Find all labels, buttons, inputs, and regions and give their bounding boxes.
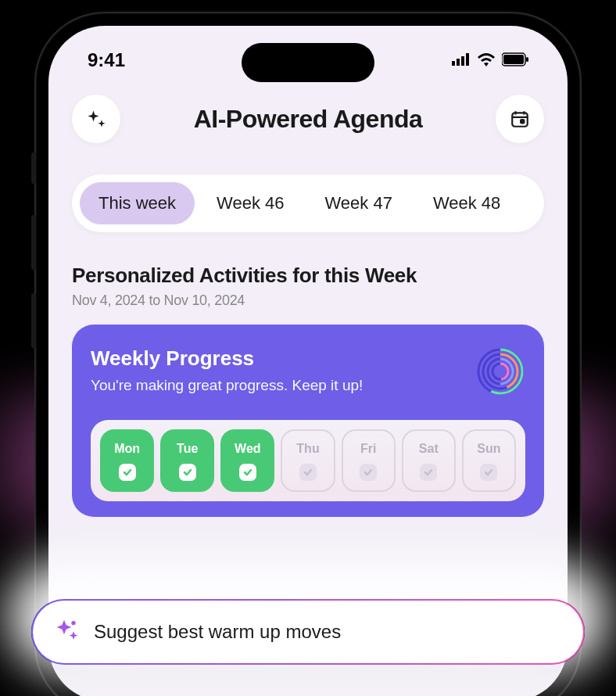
svg-rect-7 xyxy=(512,113,528,126)
day-label: Sun xyxy=(477,442,500,456)
battery-icon xyxy=(502,49,528,71)
progress-title: Weekly Progress xyxy=(91,346,363,371)
status-time: 9:41 xyxy=(88,49,125,71)
suggest-text: Suggest best warm up moves xyxy=(94,621,341,643)
day-label: Wed xyxy=(235,442,260,456)
progress-subtitle: You're making great progress. Keep it up… xyxy=(91,377,363,394)
ai-sparkles-button[interactable] xyxy=(72,95,120,143)
day-label: Tue xyxy=(177,442,198,456)
tab-week-48[interactable]: Week 48 xyxy=(414,182,519,224)
svg-point-17 xyxy=(71,621,75,625)
days-row: Mon Tue Wed xyxy=(91,420,525,501)
calendar-button[interactable] xyxy=(496,95,544,143)
day-fri[interactable]: Fri xyxy=(342,429,396,492)
header: AI-Powered Agenda xyxy=(48,79,568,159)
day-thu[interactable]: Thu xyxy=(281,429,335,492)
activities-section: Personalized Activities for this Week No… xyxy=(48,248,568,309)
screen: 9:41 AI-Powered Agenda xyxy=(48,26,568,696)
svg-rect-1 xyxy=(457,59,460,66)
tab-week-47[interactable]: Week 47 xyxy=(306,182,410,224)
suggest-bar[interactable]: Suggest best warm up moves xyxy=(31,599,585,665)
check-icon xyxy=(239,464,256,481)
sparkles-icon xyxy=(55,618,80,646)
weekly-progress-card: Weekly Progress You're making great prog… xyxy=(72,325,544,517)
tab-week-46[interactable]: Week 46 xyxy=(198,182,303,224)
svg-rect-2 xyxy=(461,56,464,66)
day-label: Fri xyxy=(360,442,376,456)
check-icon xyxy=(480,464,497,481)
check-icon xyxy=(119,464,136,481)
check-icon xyxy=(299,464,317,481)
volume-up-button xyxy=(31,215,36,270)
phone-frame: 9:41 AI-Powered Agenda xyxy=(34,12,582,696)
mute-switch xyxy=(31,152,36,184)
day-sat[interactable]: Sat xyxy=(402,429,456,492)
wifi-icon xyxy=(477,49,496,71)
cellular-signal-icon xyxy=(452,49,471,71)
svg-rect-0 xyxy=(452,61,455,66)
svg-rect-6 xyxy=(526,57,528,62)
dynamic-island xyxy=(242,43,374,82)
section-title: Personalized Activities for this Week xyxy=(72,264,544,288)
day-label: Sat xyxy=(419,442,439,456)
check-icon xyxy=(420,464,437,481)
section-subtitle: Nov 4, 2024 to Nov 10, 2024 xyxy=(72,292,544,309)
svg-rect-8 xyxy=(521,120,524,123)
week-tabs: This week Week 46 Week 47 Week 48 xyxy=(72,174,544,232)
check-icon xyxy=(179,464,196,481)
check-icon xyxy=(360,464,377,481)
svg-rect-5 xyxy=(503,55,524,64)
day-label: Thu xyxy=(296,442,319,456)
day-label: Mon xyxy=(114,442,140,456)
page-title: AI-Powered Agenda xyxy=(194,105,423,134)
day-tue[interactable]: Tue xyxy=(160,429,214,492)
tab-this-week[interactable]: This week xyxy=(80,182,195,224)
day-sun[interactable]: Sun xyxy=(462,429,516,492)
day-mon[interactable]: Mon xyxy=(100,429,154,492)
progress-ring-icon xyxy=(475,346,525,396)
svg-rect-3 xyxy=(466,53,469,66)
day-wed[interactable]: Wed xyxy=(220,429,274,492)
volume-down-button xyxy=(31,293,36,348)
